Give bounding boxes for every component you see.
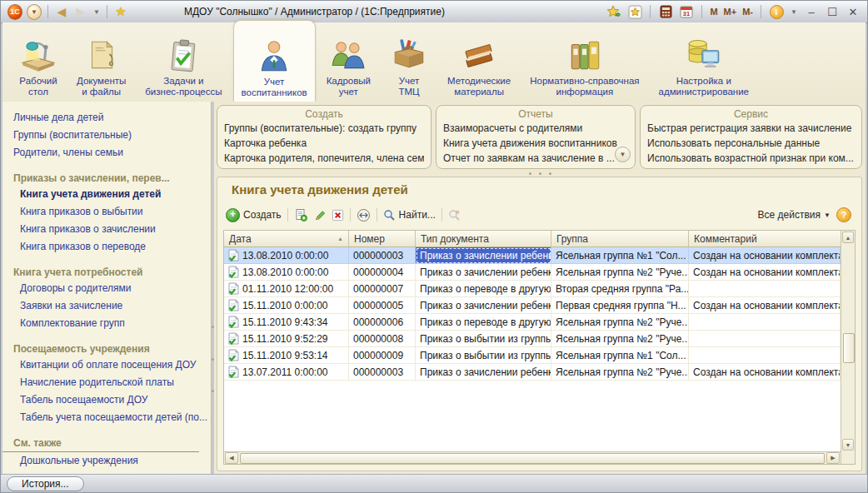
edit-button[interactable]: [313, 209, 326, 222]
all-actions-button[interactable]: Все действия ▼: [758, 209, 831, 221]
info-caret-icon[interactable]: ▼: [790, 4, 798, 19]
sidebar-item[interactable]: Договоры с родителями: [2, 280, 211, 297]
table-row[interactable]: 15.11.2010 9:53:14000000009Приказ о выбы…: [224, 347, 841, 364]
command-link[interactable]: Карточка ребенка: [224, 136, 424, 151]
table-row[interactable]: 01.11.2010 12:00:00000000007Приказ о пер…: [224, 281, 841, 297]
command-link[interactable]: Группы (воспитательные): создать группу: [224, 121, 424, 136]
command-link[interactable]: Использовать возрастной признак при ком.…: [647, 151, 855, 166]
cell-group[interactable]: Ясельная группа №1 "Сол...: [551, 247, 689, 264]
cell-date[interactable]: 13.07.2011 0:00:00: [224, 364, 349, 381]
help-button[interactable]: ?: [836, 207, 851, 222]
tab-desktop[interactable]: Рабочий стол: [11, 19, 66, 102]
vertical-scrollbar[interactable]: ▲ ▼: [841, 231, 855, 464]
column-header-number[interactable]: Номер: [349, 231, 416, 246]
column-header-doc-type[interactable]: Тип документа: [416, 231, 551, 246]
column-header-group[interactable]: Группа: [551, 231, 689, 246]
set-period-button[interactable]: [357, 208, 371, 222]
scroll-left-icon[interactable]: ◀: [225, 452, 238, 464]
cell-number[interactable]: 000000009: [349, 347, 416, 364]
cell-doc-type[interactable]: Приказ о зачислении ребенк...: [416, 264, 551, 281]
sidebar-item[interactable]: Табель учета посещаемости детей (по...: [2, 409, 211, 426]
cell-number[interactable]: 000000005: [349, 297, 416, 314]
cell-date[interactable]: 15.11.2010 9:52:29: [224, 331, 349, 347]
sidebar-item[interactable]: Комплектование групп: [2, 315, 211, 332]
copy-button[interactable]: [294, 208, 307, 222]
favorites-list-icon[interactable]: [627, 4, 642, 19]
cell-number[interactable]: 000000006: [349, 314, 416, 331]
cell-comment[interactable]: Создан на основании комплектации: [689, 247, 841, 264]
table-row[interactable]: 15.11.2010 9:43:34000000006Приказ о пере…: [224, 314, 841, 331]
cell-comment[interactable]: [689, 281, 841, 297]
main-menu-button[interactable]: ▼: [27, 4, 42, 19]
cell-comment[interactable]: [689, 331, 841, 347]
horizontal-splitter-grip[interactable]: [214, 172, 866, 176]
command-link[interactable]: Использовать персональные данные: [647, 136, 855, 151]
calculator-icon[interactable]: [658, 4, 673, 19]
sidebar-item[interactable]: Книга приказов о выбытии: [2, 203, 211, 221]
command-link[interactable]: Отчет по заявкам на зачисление в ...: [443, 151, 628, 166]
horizontal-scrollbar[interactable]: ◀ ▶: [224, 451, 841, 464]
cell-doc-type[interactable]: Приказ о зачислении ребенк...: [416, 247, 551, 264]
memory-plus-button[interactable]: M+: [724, 7, 737, 17]
sidebar-item[interactable]: Книга учета движения детей: [2, 186, 211, 203]
tab-documents-files[interactable]: Документы и файлы: [68, 19, 134, 102]
command-link[interactable]: Взаиморасчеты с родителями: [443, 121, 628, 136]
cell-number[interactable]: 000000004: [349, 264, 416, 281]
history-button[interactable]: История...: [7, 476, 84, 491]
cell-date[interactable]: 15.11.2010 0:00:00: [224, 297, 349, 314]
cell-date[interactable]: 15.11.2010 9:43:34: [224, 314, 349, 331]
expand-more-button[interactable]: ▼: [615, 147, 631, 162]
maximize-button[interactable]: ☐: [825, 6, 840, 18]
horizontal-scroll-thumb[interactable]: [240, 453, 825, 464]
cell-group[interactable]: Вторая средняя группа "Ра...: [551, 281, 689, 297]
add-to-favorites-icon[interactable]: [606, 4, 621, 19]
cell-number[interactable]: 000000003: [349, 364, 416, 381]
calendar-icon[interactable]: 31: [679, 4, 694, 19]
sidebar-item[interactable]: Табель посещаемости ДОУ: [2, 391, 211, 409]
cell-number[interactable]: 000000003: [349, 247, 416, 264]
find-button[interactable]: Найти...: [383, 209, 436, 222]
cell-doc-type[interactable]: Приказ о зачислении ребенк...: [416, 297, 551, 314]
cell-group[interactable]: Ясельная группа №2 "Руче...: [551, 264, 689, 281]
memory-recall-button[interactable]: M: [710, 7, 717, 17]
clear-search-button[interactable]: [448, 209, 461, 222]
tab-settings-administration[interactable]: Настройка и администрирование: [651, 19, 757, 102]
tab-methodical-materials[interactable]: Методические материалы: [439, 19, 519, 102]
sidebar-item[interactable]: Книга приказов о зачислении: [2, 221, 211, 238]
scroll-right-icon[interactable]: ▶: [826, 452, 840, 464]
cell-date[interactable]: 13.08.2010 0:00:00: [224, 264, 349, 281]
delete-button[interactable]: [332, 209, 344, 222]
sidebar-item[interactable]: Начисление родительской платы: [2, 374, 211, 391]
cell-comment[interactable]: [689, 347, 841, 364]
create-button[interactable]: + Создать: [226, 208, 282, 222]
scroll-down-icon[interactable]: ▼: [842, 439, 854, 451]
cell-group[interactable]: Ясельная группа №1 "Сол...: [551, 347, 689, 364]
cell-comment[interactable]: Создан на основании комплектации: [689, 364, 841, 381]
sidebar-item[interactable]: Квитанции об оплате посещения ДОУ: [2, 356, 211, 374]
column-header-date[interactable]: Дата ▲: [224, 231, 349, 246]
column-header-comment[interactable]: Комментарий: [689, 231, 841, 246]
command-link[interactable]: Быстрая регистрация заявки на зачисление: [647, 121, 855, 136]
cell-group[interactable]: Ясельная группа №2 "Руче...: [551, 314, 689, 331]
vertical-scroll-thumb[interactable]: [843, 333, 855, 363]
command-link[interactable]: Карточка родителя, попечителя, члена сем…: [224, 151, 424, 166]
favorites-star-icon[interactable]: ★: [113, 4, 128, 19]
sidebar-item[interactable]: Группы (воспитательные): [2, 127, 211, 144]
cell-date[interactable]: 13.08.2010 0:00:00: [224, 247, 349, 264]
table-row[interactable]: 15.11.2010 0:00:00000000005Приказ о зачи…: [224, 297, 841, 314]
cell-number[interactable]: 000000008: [349, 331, 416, 347]
cell-group[interactable]: Ясельная группа №2 "Руче...: [551, 331, 689, 347]
tab-hr-accounting[interactable]: Кадровый учет: [318, 19, 379, 102]
cell-comment[interactable]: Создан на основании комплектации: [689, 297, 841, 314]
sidebar-item[interactable]: Родители, члены семьи: [2, 144, 211, 162]
table-row[interactable]: 13.07.2011 0:00:00000000003Приказ о зачи…: [224, 364, 841, 381]
1c-logo-icon[interactable]: 1С: [7, 4, 22, 19]
close-button[interactable]: ✕: [846, 6, 861, 18]
info-button[interactable]: i: [769, 4, 784, 19]
tab-pupils-accounting[interactable]: Учет воспитанников: [233, 20, 316, 102]
history-caret-icon[interactable]: ▼: [92, 4, 101, 19]
cell-comment[interactable]: Создан на основании комплектации: [689, 264, 841, 281]
cell-comment[interactable]: [689, 314, 841, 331]
cell-doc-type[interactable]: Приказ о переводе в другую ...: [416, 314, 551, 331]
cell-date[interactable]: 01.11.2010 12:00:00: [224, 281, 349, 297]
